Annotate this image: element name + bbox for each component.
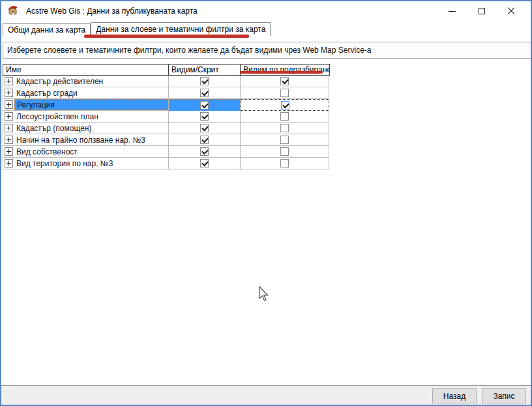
- layer-name: Кадастър действителен: [14, 76, 168, 87]
- layer-name-cell[interactable]: Вид собственост: [3, 146, 169, 158]
- expand-plus-icon[interactable]: [5, 136, 13, 144]
- table-row[interactable]: Начин на трайно ползване нар. №3: [3, 134, 330, 146]
- table-row[interactable]: Вид собственост: [3, 146, 330, 158]
- window-title: Acstre Web Gis : Данни за публикуваната …: [26, 1, 198, 21]
- layer-name-cell[interactable]: Лесоустройствен план: [3, 111, 169, 123]
- default-visible-checkbox[interactable]: [280, 112, 289, 121]
- expand-plus-icon[interactable]: [5, 77, 13, 85]
- default-visible-checkbox[interactable]: [281, 101, 289, 109]
- minimize-button[interactable]: [437, 1, 467, 21]
- footer-bar: Назад Запис: [1, 385, 531, 405]
- default-visible-checkbox[interactable]: [280, 147, 289, 156]
- expander-zone: [3, 158, 14, 169]
- expander-zone: [3, 111, 14, 122]
- layer-name-cell[interactable]: Вид територия по нар. №3: [3, 158, 169, 169]
- minimize-icon: [449, 11, 456, 12]
- red-underline-tab-annotation: [84, 35, 249, 38]
- mouse-cursor: [259, 286, 271, 303]
- default-visible-cell[interactable]: [241, 87, 329, 99]
- visible-cell[interactable]: [169, 76, 241, 87]
- default-visible-checkbox[interactable]: [280, 124, 289, 132]
- layer-name: Начин на трайно ползване нар. №3: [14, 134, 168, 145]
- default-visible-cell[interactable]: [241, 146, 329, 158]
- maximize-icon: [479, 8, 485, 14]
- layers-table: Име Видим/Скрит Видим по подразбиране Ка…: [3, 64, 330, 169]
- expand-plus-icon[interactable]: [5, 112, 13, 121]
- window-controls: [437, 1, 525, 21]
- default-visible-cell[interactable]: [241, 123, 329, 134]
- close-button[interactable]: [496, 1, 525, 21]
- layer-name-cell[interactable]: Регулация: [3, 99, 169, 111]
- table-row[interactable]: Регулация: [3, 99, 330, 111]
- expander-zone: [3, 99, 14, 110]
- visible-cell[interactable]: [169, 134, 241, 146]
- column-header-name: Име: [3, 65, 169, 75]
- default-visible-cell[interactable]: [241, 158, 329, 169]
- visible-checkbox[interactable]: [200, 89, 209, 97]
- table-row[interactable]: Лесоустройствен план: [3, 111, 330, 123]
- expander-zone: [3, 123, 14, 134]
- visible-checkbox[interactable]: [200, 159, 209, 167]
- expander-zone: [3, 76, 14, 87]
- default-visible-cell[interactable]: [241, 99, 329, 111]
- red-underline-header-annotation: [240, 71, 323, 74]
- table-body: Кадастър действителен Кадастър сгради Ре…: [3, 76, 330, 169]
- default-visible-checkbox[interactable]: [280, 89, 289, 97]
- table-row[interactable]: Кадастър сгради: [3, 87, 330, 99]
- table-header: Име Видим/Скрит Видим по подразбиране: [3, 64, 330, 76]
- tab-layers-filters[interactable]: Данни за слоеве и тематични филтри за ка…: [91, 22, 271, 36]
- instruction-text: Изберете слоевете и тематичните филтри, …: [3, 42, 532, 59]
- default-visible-checkbox[interactable]: [280, 136, 289, 144]
- spartan-helmet-icon: [6, 4, 20, 18]
- expand-plus-icon[interactable]: [5, 100, 13, 109]
- expander-zone: [3, 134, 14, 145]
- default-visible-cell[interactable]: [241, 111, 329, 123]
- layer-name-cell[interactable]: Кадастър (помощен): [3, 123, 169, 134]
- visible-checkbox[interactable]: [200, 101, 209, 109]
- visible-checkbox[interactable]: [200, 136, 209, 144]
- visible-checkbox[interactable]: [200, 77, 209, 85]
- layer-name: Вид собственост: [14, 146, 168, 157]
- layer-name: Кадастър сгради: [14, 87, 168, 98]
- tab-general-map-data[interactable]: Общи данни за карта: [3, 23, 91, 36]
- expander-zone: [3, 87, 14, 98]
- layer-name-cell[interactable]: Кадастър сгради: [3, 87, 169, 99]
- default-visible-checkbox[interactable]: [280, 77, 289, 85]
- visible-cell[interactable]: [169, 111, 241, 123]
- dialog-window: Acstre Web Gis : Данни за публикуваната …: [0, 0, 532, 406]
- default-visible-checkbox[interactable]: [280, 159, 289, 167]
- expander-zone: [3, 146, 14, 157]
- visible-checkbox[interactable]: [200, 112, 209, 121]
- layer-name: Регулация: [14, 99, 168, 110]
- layer-name: Кадастър (помощен): [14, 123, 168, 134]
- visible-checkbox[interactable]: [200, 147, 209, 156]
- back-button[interactable]: Назад: [432, 388, 477, 403]
- expand-plus-icon[interactable]: [5, 147, 13, 156]
- visible-cell[interactable]: [169, 158, 241, 169]
- close-icon: [507, 7, 515, 15]
- table-row[interactable]: Кадастър (помощен): [3, 123, 330, 134]
- expand-plus-icon[interactable]: [5, 159, 13, 167]
- default-visible-cell[interactable]: [241, 76, 329, 87]
- visible-cell[interactable]: [169, 87, 241, 99]
- visible-cell[interactable]: [169, 123, 241, 134]
- visible-cell[interactable]: [169, 146, 241, 158]
- layer-name-cell[interactable]: Начин на трайно ползване нар. №3: [3, 134, 169, 146]
- table-row[interactable]: Вид територия по нар. №3: [3, 158, 330, 169]
- tabstrip: Общи данни за карта Данни за слоеве и те…: [3, 22, 529, 36]
- save-button[interactable]: Запис: [482, 388, 526, 403]
- column-header-visible: Видим/Скрит: [169, 65, 241, 75]
- default-visible-cell[interactable]: [241, 134, 329, 146]
- titlebar: Acstre Web Gis : Данни за публикуваната …: [1, 1, 531, 21]
- table-row[interactable]: Кадастър действителен: [3, 76, 330, 87]
- layer-name: Лесоустройствен план: [14, 111, 168, 122]
- expand-plus-icon[interactable]: [5, 124, 13, 132]
- visible-cell[interactable]: [169, 99, 241, 111]
- maximize-button[interactable]: [467, 1, 496, 21]
- expand-plus-icon[interactable]: [5, 89, 13, 97]
- layer-name: Вид територия по нар. №3: [14, 158, 168, 169]
- layer-name-cell[interactable]: Кадастър действителен: [3, 76, 169, 87]
- visible-checkbox[interactable]: [200, 124, 209, 132]
